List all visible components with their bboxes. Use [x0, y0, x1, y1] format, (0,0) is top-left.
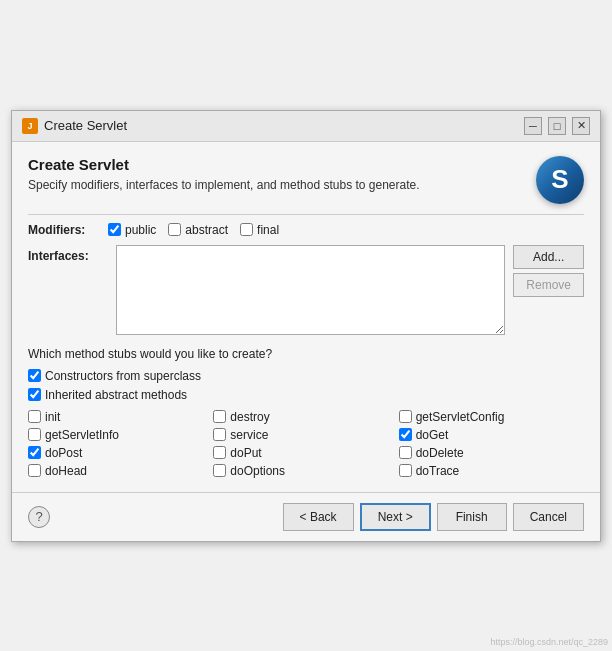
- constructors-checkbox[interactable]: [28, 369, 41, 382]
- interfaces-section: Interfaces: Add... Remove: [28, 245, 584, 335]
- finish-button[interactable]: Finish: [437, 503, 507, 531]
- method-dooptions[interactable]: doOptions: [213, 464, 398, 478]
- interfaces-buttons: Add... Remove: [513, 245, 584, 335]
- method-stubs-section: Which method stubs would you like to cre…: [28, 347, 584, 478]
- constructors-label: Constructors from superclass: [45, 369, 201, 383]
- modifier-public[interactable]: public: [108, 223, 156, 237]
- modifier-abstract-checkbox[interactable]: [168, 223, 181, 236]
- title-bar-text: Create Servlet: [44, 118, 127, 133]
- method-dooptions-checkbox[interactable]: [213, 464, 226, 477]
- method-service[interactable]: service: [213, 428, 398, 442]
- interfaces-label: Interfaces:: [28, 245, 108, 335]
- method-getservletconfig-checkbox[interactable]: [399, 410, 412, 423]
- method-doput[interactable]: doPut: [213, 446, 398, 460]
- method-dodelete-checkbox[interactable]: [399, 446, 412, 459]
- back-button[interactable]: < Back: [283, 503, 354, 531]
- remove-interface-button[interactable]: Remove: [513, 273, 584, 297]
- modifiers-label: Modifiers:: [28, 223, 108, 237]
- method-init[interactable]: init: [28, 410, 213, 424]
- separator-1: [28, 214, 584, 215]
- method-service-checkbox[interactable]: [213, 428, 226, 441]
- inherited-label: Inherited abstract methods: [45, 388, 187, 402]
- modifier-final[interactable]: final: [240, 223, 279, 237]
- dialog-title: Create Servlet: [28, 156, 526, 173]
- dialog-content: Create Servlet Specify modifiers, interf…: [12, 142, 600, 492]
- method-dohead-checkbox[interactable]: [28, 464, 41, 477]
- help-button[interactable]: ?: [28, 506, 50, 528]
- method-checkboxes-grid: init destroy getServletConfig getServlet…: [28, 410, 584, 478]
- modifiers-row: Modifiers: public abstract final: [28, 223, 584, 237]
- watermark: https://blog.csdn.net/qc_2289: [490, 637, 608, 647]
- method-dotrace-checkbox[interactable]: [399, 464, 412, 477]
- inherited-checkbox-row[interactable]: Inherited abstract methods: [28, 388, 584, 402]
- method-destroy-checkbox[interactable]: [213, 410, 226, 423]
- method-destroy[interactable]: destroy: [213, 410, 398, 424]
- modifier-abstract-label: abstract: [185, 223, 228, 237]
- method-dopost[interactable]: doPost: [28, 446, 213, 460]
- header-section: Create Servlet Specify modifiers, interf…: [28, 156, 584, 204]
- method-init-checkbox[interactable]: [28, 410, 41, 423]
- bottom-right-buttons: < Back Next > Finish Cancel: [283, 503, 584, 531]
- minimize-button[interactable]: ─: [524, 117, 542, 135]
- modifier-final-checkbox[interactable]: [240, 223, 253, 236]
- method-stubs-question: Which method stubs would you like to cre…: [28, 347, 584, 361]
- dialog-subtitle: Specify modifiers, interfaces to impleme…: [28, 177, 526, 194]
- constructors-checkbox-row[interactable]: Constructors from superclass: [28, 369, 584, 383]
- close-button[interactable]: ✕: [572, 117, 590, 135]
- next-button[interactable]: Next >: [360, 503, 431, 531]
- modifier-abstract[interactable]: abstract: [168, 223, 228, 237]
- method-doget[interactable]: doGet: [399, 428, 584, 442]
- method-doget-checkbox[interactable]: [399, 428, 412, 441]
- inherited-checkbox[interactable]: [28, 388, 41, 401]
- maximize-button[interactable]: □: [548, 117, 566, 135]
- title-controls: ─ □ ✕: [524, 117, 590, 135]
- method-dotrace[interactable]: doTrace: [399, 464, 584, 478]
- bottom-bar: ? < Back Next > Finish Cancel: [12, 492, 600, 541]
- servlet-icon: S: [536, 156, 584, 204]
- dialog-icon: J: [22, 118, 38, 134]
- add-interface-button[interactable]: Add...: [513, 245, 584, 269]
- title-bar: J Create Servlet ─ □ ✕: [12, 111, 600, 142]
- method-doput-checkbox[interactable]: [213, 446, 226, 459]
- method-getservletconfig[interactable]: getServletConfig: [399, 410, 584, 424]
- cancel-button[interactable]: Cancel: [513, 503, 584, 531]
- title-bar-left: J Create Servlet: [22, 118, 127, 134]
- method-dohead[interactable]: doHead: [28, 464, 213, 478]
- modifier-public-label: public: [125, 223, 156, 237]
- svg-text:J: J: [27, 121, 32, 131]
- modifiers-options: public abstract final: [108, 223, 279, 237]
- method-dodelete[interactable]: doDelete: [399, 446, 584, 460]
- modifier-public-checkbox[interactable]: [108, 223, 121, 236]
- method-dopost-checkbox[interactable]: [28, 446, 41, 459]
- method-getservletinfo-checkbox[interactable]: [28, 428, 41, 441]
- header-text: Create Servlet Specify modifiers, interf…: [28, 156, 526, 194]
- interfaces-textarea[interactable]: [116, 245, 505, 335]
- modifier-final-label: final: [257, 223, 279, 237]
- create-servlet-dialog: J Create Servlet ─ □ ✕ Create Servlet Sp…: [11, 110, 601, 542]
- method-getservletinfo[interactable]: getServletInfo: [28, 428, 213, 442]
